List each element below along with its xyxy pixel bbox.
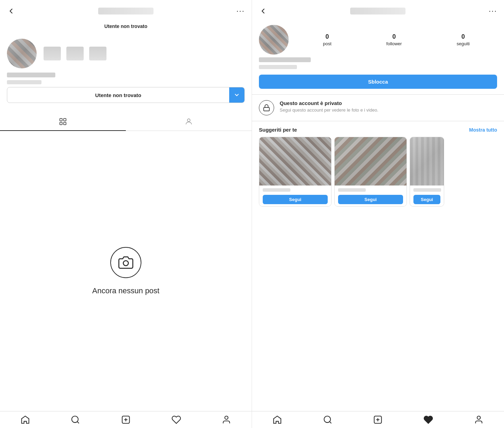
suggestions-grid: Segui Segui Segui bbox=[259, 137, 497, 207]
nav-heart[interactable] bbox=[151, 415, 202, 425]
profile-bio-blur bbox=[7, 80, 41, 84]
private-notice: Questo account è privato Segui questo ac… bbox=[252, 94, 504, 121]
profile-top-row bbox=[7, 39, 245, 68]
nav-add[interactable] bbox=[101, 415, 151, 425]
stat-post: 0 post bbox=[323, 33, 332, 46]
stat-blur-2 bbox=[66, 47, 84, 60]
suggestion-avatar-1 bbox=[259, 137, 331, 186]
right-top-nav: ··· bbox=[252, 0, 504, 19]
stat-follower-value: 0 bbox=[392, 33, 396, 40]
tabs-row bbox=[0, 113, 252, 131]
svg-point-5 bbox=[123, 260, 129, 266]
svg-point-18 bbox=[477, 416, 480, 419]
profile-stats-right: 0 post 0 follower 0 seguiti bbox=[296, 33, 497, 46]
suggestion-name-blur-1 bbox=[263, 188, 290, 192]
right-add-icon bbox=[373, 415, 383, 425]
svg-point-11 bbox=[225, 416, 228, 419]
tab-grid[interactable] bbox=[0, 113, 126, 131]
error-text: Utente non trovato bbox=[104, 23, 147, 29]
sblocca-button[interactable]: Sblocca bbox=[259, 75, 497, 89]
suggestion-name-blur-3 bbox=[413, 188, 441, 192]
left-top-nav: ··· bbox=[0, 0, 252, 19]
suggestions-section: Suggeriti per te Mostra tutto Segui Segu… bbox=[252, 121, 504, 209]
chevron-icon[interactable] bbox=[229, 87, 244, 103]
right-nav-home[interactable] bbox=[252, 415, 302, 425]
suggestions-header: Suggeriti per te Mostra tutto bbox=[259, 127, 497, 133]
private-title: Questo account è privato bbox=[280, 100, 497, 106]
right-profile-bio-blur bbox=[259, 65, 297, 69]
right-avatar bbox=[259, 25, 289, 55]
right-nav-add[interactable] bbox=[353, 415, 403, 425]
grid-icon bbox=[59, 117, 67, 126]
suggestion-info-3: Segui bbox=[410, 186, 444, 206]
show-all-button[interactable]: Mostra tutto bbox=[469, 127, 497, 133]
username-blur bbox=[98, 8, 153, 15]
lock-icon bbox=[263, 104, 270, 112]
add-icon bbox=[121, 415, 131, 425]
svg-point-6 bbox=[72, 416, 78, 423]
svg-rect-2 bbox=[60, 122, 62, 125]
profile-name-blur bbox=[7, 73, 55, 77]
profile-top-right: 0 post 0 follower 0 seguiti bbox=[252, 19, 504, 57]
svg-point-4 bbox=[187, 119, 190, 122]
follow-button-2[interactable]: Segui bbox=[338, 195, 403, 204]
tab-tagged[interactable] bbox=[126, 113, 252, 131]
nav-search[interactable] bbox=[50, 415, 101, 425]
empty-state: Ancora nessun post bbox=[0, 131, 252, 411]
avatar bbox=[7, 39, 37, 68]
profile-section: Utente non trovato bbox=[0, 33, 252, 110]
bottom-nav-left bbox=[0, 411, 252, 428]
back-button[interactable] bbox=[7, 7, 15, 15]
suggestion-info-1: Segui bbox=[259, 186, 331, 206]
right-more-options-icon[interactable]: ··· bbox=[489, 7, 497, 16]
stat-follower: 0 follower bbox=[386, 33, 402, 46]
not-found-label: Utente non trovato bbox=[7, 89, 229, 102]
stat-blur-1 bbox=[44, 47, 61, 60]
tagged-icon bbox=[185, 117, 193, 126]
right-profile-name-blur bbox=[259, 57, 311, 62]
more-options-icon[interactable]: ··· bbox=[236, 7, 245, 16]
nav-home[interactable] bbox=[0, 415, 50, 425]
private-subtitle: Segui questo account per vedere le foto … bbox=[280, 107, 497, 113]
right-back-button[interactable] bbox=[259, 7, 267, 15]
suggestion-name-blur-2 bbox=[338, 188, 366, 192]
left-screen: ··· Utente non trovato Utente non trovat… bbox=[0, 0, 252, 428]
stat-follower-label: follower bbox=[386, 41, 402, 46]
suggestion-card-3: Segui bbox=[410, 137, 444, 207]
suggestion-card-1: Segui bbox=[259, 137, 332, 207]
stat-seguiti: 0 seguiti bbox=[457, 33, 470, 46]
suggestions-title: Suggeriti per te bbox=[259, 127, 297, 133]
profile-icon bbox=[222, 415, 231, 425]
nav-profile[interactable] bbox=[201, 415, 252, 425]
stat-post-label: post bbox=[323, 41, 332, 46]
follow-button-3[interactable]: Segui bbox=[413, 195, 440, 204]
suggestion-info-2: Segui bbox=[335, 186, 407, 206]
right-nav-search[interactable] bbox=[302, 415, 353, 425]
right-screen: ··· 0 post 0 follower 0 seguiti bbox=[252, 0, 504, 428]
right-heart-icon bbox=[423, 415, 433, 425]
right-home-icon bbox=[272, 415, 282, 425]
camera-icon bbox=[118, 255, 133, 270]
svg-line-14 bbox=[329, 421, 331, 423]
heart-icon bbox=[171, 415, 181, 425]
error-banner: Utente non trovato bbox=[0, 19, 252, 33]
search-icon bbox=[71, 415, 80, 425]
right-search-icon bbox=[323, 415, 333, 425]
right-nav-heart[interactable] bbox=[403, 415, 454, 425]
camera-circle bbox=[110, 247, 141, 278]
svg-point-13 bbox=[324, 416, 330, 423]
follow-button-1[interactable]: Segui bbox=[263, 195, 328, 204]
private-text: Questo account è privato Segui questo ac… bbox=[280, 100, 497, 113]
empty-label: Ancora nessun post bbox=[92, 286, 159, 295]
stat-blur-3 bbox=[89, 47, 106, 60]
suggestion-card-2: Segui bbox=[334, 137, 407, 207]
suggestion-avatar-2 bbox=[335, 137, 407, 186]
bottom-nav-right bbox=[252, 411, 504, 428]
not-found-button[interactable]: Utente non trovato bbox=[7, 87, 245, 103]
profile-stats-blur bbox=[44, 47, 245, 60]
right-nav-profile[interactable] bbox=[454, 415, 504, 425]
right-profile-info bbox=[252, 57, 504, 73]
svg-rect-1 bbox=[64, 118, 66, 121]
stat-seguiti-value: 0 bbox=[461, 33, 465, 40]
stat-post-value: 0 bbox=[326, 33, 329, 40]
